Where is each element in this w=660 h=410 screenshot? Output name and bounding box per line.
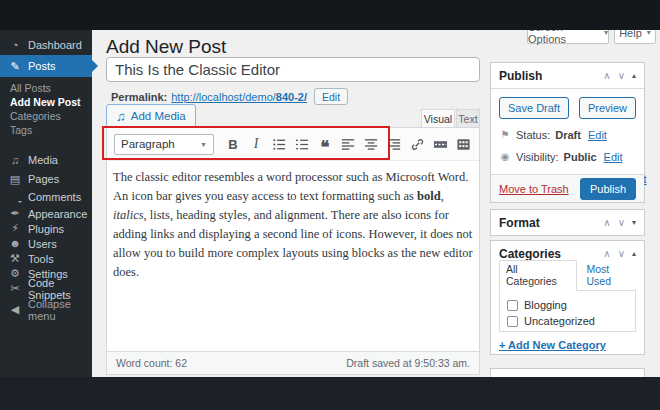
bulleted-list-button[interactable]	[269, 134, 289, 154]
admin-sidebar: ◔ Dashboard ✎ Posts All Posts Add New Po…	[0, 30, 92, 377]
permalink-slug: 840-2/	[276, 91, 307, 103]
sidebar-item-tools[interactable]: ⚒ Tools	[0, 251, 92, 266]
visibility-value: Public	[564, 151, 597, 163]
move-down-icon[interactable]: ∨	[618, 71, 625, 81]
tab-text[interactable]: Text	[456, 109, 480, 127]
uncategorized-checkbox[interactable]	[507, 316, 518, 327]
media-icon: ♫	[9, 155, 21, 166]
italic-icon: I	[254, 136, 259, 152]
publish-button[interactable]: Publish	[580, 178, 636, 200]
status-label: Status:	[516, 129, 550, 141]
media-icon: ♫	[116, 110, 126, 123]
blockquote-button[interactable]: ❝	[315, 134, 335, 154]
sidebar-item-comments[interactable]: Comments	[0, 189, 92, 204]
blogging-checkbox[interactable]	[507, 300, 518, 311]
sidebar-item-label: Tools	[28, 253, 54, 265]
sidebar-item-all-posts[interactable]: All Posts	[0, 81, 92, 95]
category-item-uncategorized[interactable]: Uncategorized	[507, 313, 628, 329]
sidebar-item-collapse-menu[interactable]: ◀ Collapse menu	[0, 302, 92, 317]
permalink-link[interactable]: http://localhost/demo/840-2/	[171, 91, 307, 103]
move-to-trash-link[interactable]: Move to Trash	[499, 183, 569, 195]
comments-icon	[9, 191, 21, 202]
editor-toolbar: Paragraph ▼ B I ❝	[107, 128, 479, 161]
move-up-icon[interactable]: ∧	[603, 249, 610, 259]
edit-status-link[interactable]: Edit	[588, 129, 607, 141]
edit-permalink-button[interactable]: Edit	[314, 88, 348, 105]
sidebar-item-add-new-post[interactable]: Add New Post	[0, 95, 92, 109]
format-panel-title: Format	[499, 216, 540, 230]
align-right-button[interactable]	[384, 134, 404, 154]
tab-most-used[interactable]: Most Used	[586, 263, 636, 291]
sidebar-item-label: Comments	[28, 191, 81, 203]
move-down-icon[interactable]: ∨	[618, 218, 625, 228]
classic-editor: Paragraph ▼ B I ❝	[106, 127, 480, 375]
paragraph-select-value: Paragraph	[121, 138, 175, 150]
more-tag-button[interactable]	[430, 134, 450, 154]
sidebar-item-label: Media	[28, 154, 58, 166]
toggle-panel-icon[interactable]: ▾	[632, 219, 636, 227]
publish-panel-header: Publish ∧ ∨ ▴	[491, 63, 644, 89]
paragraph-select[interactable]: Paragraph ▼	[114, 134, 214, 155]
category-item-blogging[interactable]: Blogging	[507, 297, 628, 313]
toggle-panel-icon[interactable]: ▴	[632, 250, 636, 258]
bold-button[interactable]: B	[223, 134, 243, 154]
save-draft-button[interactable]: Save Draft	[499, 97, 569, 119]
collapse-icon: ◀	[9, 304, 21, 315]
sidebar-item-label: Posts	[28, 60, 56, 72]
move-down-icon[interactable]: ∨	[618, 249, 625, 259]
editor-status-bar: Word count: 62 Draft saved at 9:50:33 am…	[107, 351, 479, 374]
sidebar-item-categories[interactable]: Categories	[0, 109, 92, 123]
status-value: Draft	[555, 129, 581, 141]
sidebar-item-media[interactable]: ♫ Media	[0, 152, 92, 168]
sidebar-item-code-snippets[interactable]: ✂ Code Snippets	[0, 281, 92, 296]
numbered-list-button[interactable]	[292, 134, 312, 154]
toggle-panel-icon[interactable]: ▴	[632, 72, 636, 80]
more-tag-icon	[433, 137, 448, 152]
category-label: Uncategorized	[524, 315, 595, 327]
appearance-icon: ✒	[9, 208, 21, 219]
italic-button[interactable]: I	[246, 134, 266, 154]
add-media-button[interactable]: ♫ Add Media	[106, 104, 196, 128]
permalink-label: Permalink:	[111, 91, 167, 103]
submenu-label: Categories	[10, 110, 61, 122]
sidebar-item-posts[interactable]: ✎ Posts	[0, 55, 92, 77]
body-text-italic: italics	[113, 208, 144, 222]
tab-all-categories[interactable]: All Categories	[499, 260, 577, 291]
publish-panel-title: Publish	[499, 69, 542, 83]
sidebar-item-plugins[interactable]: ⚡ Plugins	[0, 221, 92, 236]
edit-visibility-link[interactable]: Edit	[604, 151, 623, 163]
bottom-black-band	[0, 377, 660, 410]
sidebar-item-label: Collapse menu	[28, 298, 92, 322]
toolbar-toggle-button[interactable]	[453, 134, 473, 154]
editor-content-area[interactable]: The classic editor resembles a word proc…	[107, 161, 479, 282]
preview-button[interactable]: Preview	[579, 97, 636, 119]
sidebar-item-label: Plugins	[28, 223, 64, 235]
align-center-button[interactable]	[361, 134, 381, 154]
format-panel: Format ∧ ∨ ▾	[490, 209, 645, 236]
publish-panel: Publish ∧ ∨ ▴ Save Draft Preview ⚑ Statu…	[490, 62, 645, 203]
tab-visual[interactable]: Visual	[421, 109, 455, 127]
move-up-icon[interactable]: ∧	[603, 71, 610, 81]
sidebar-item-pages[interactable]: ▤ Pages	[0, 171, 92, 187]
sidebar-item-label: Appearance	[28, 208, 87, 220]
add-new-category-link[interactable]: + Add New Category	[499, 339, 606, 351]
sidebar-item-users[interactable]: ☻ Users	[0, 236, 92, 251]
align-left-button[interactable]	[338, 134, 358, 154]
sidebar-item-appearance[interactable]: ✒ Appearance	[0, 206, 92, 221]
bulleted-list-icon	[272, 137, 287, 152]
chevron-down-icon: ▼	[200, 141, 207, 148]
move-up-icon[interactable]: ∧	[603, 218, 610, 228]
categories-panel: Categories ∧ ∨ ▴ All Categories Most Use…	[490, 240, 645, 355]
link-button[interactable]	[407, 134, 427, 154]
post-title-input[interactable]	[106, 57, 480, 82]
format-panel-header: Format ∧ ∨ ▾	[491, 210, 644, 235]
sidebar-item-dashboard[interactable]: ◔ Dashboard	[0, 37, 92, 53]
category-label: Blogging	[524, 299, 567, 311]
status-row: ⚑ Status: Draft Edit	[499, 128, 636, 141]
draft-saved-status: Draft saved at 9:50:33 am.	[346, 357, 470, 369]
body-text: The classic editor resembles a word proc…	[113, 170, 468, 203]
submenu-label: Add New Post	[10, 96, 81, 108]
pages-icon: ▤	[9, 174, 21, 185]
sidebar-item-tags[interactable]: Tags	[0, 123, 92, 137]
toolbar-toggle-icon	[456, 137, 471, 152]
